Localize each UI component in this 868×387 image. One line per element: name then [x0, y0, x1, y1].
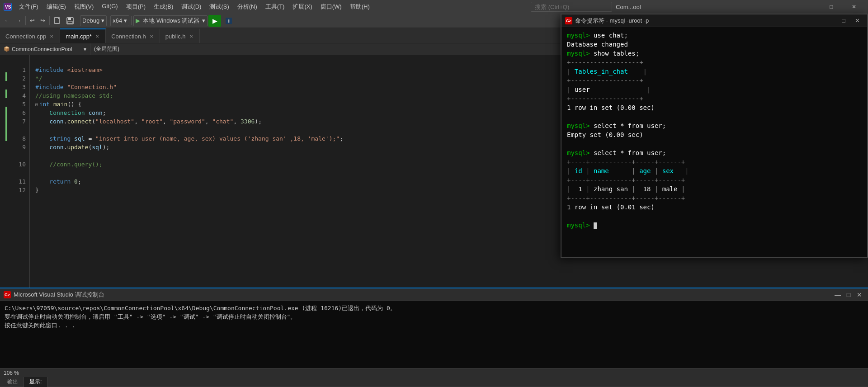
line-num-8: 7 [7, 117, 29, 126]
forward-button[interactable]: → [13, 15, 24, 27]
close-tab-main-cpp[interactable]: ✕ [94, 33, 100, 39]
local-run-dropdown[interactable]: ▶ 本地 Windows 调试器 ▾ [133, 15, 208, 26]
new-file-button[interactable] [52, 15, 63, 27]
mysql-line-12: mysql> select * from user; [567, 148, 862, 157]
tab-public-h[interactable]: public.h ✕ [160, 28, 200, 43]
mysql-line-18: 1 row in set (0.01 sec) [567, 203, 862, 212]
debug-panel-header: C> Microsoft Visual Studio 调试控制台 — □ ✕ [0, 288, 868, 301]
line-num-4: 3 [7, 83, 29, 91]
menu-bar: 文件(F) 编辑(E) 视图(V) Git(G) 项目(P) 生成(B) 调试(… [15, 2, 373, 12]
vs-logo: VS [4, 3, 12, 11]
tab-label: main.cpp* [66, 33, 92, 40]
close-tab-public-h[interactable]: ✕ [189, 33, 194, 39]
mysql-line-9: 1 row in set (0.00 sec) [567, 103, 862, 112]
mysql-line-13: +----+-----------+-----+------+ [567, 157, 862, 166]
title-bar-left: VS 文件(F) 编辑(E) 视图(V) Git(G) 项目(P) 生成(B) … [4, 2, 373, 12]
line-num-16: 12 [7, 186, 29, 194]
mysql-minimize-button[interactable]: — [824, 16, 836, 26]
menu-help[interactable]: 帮助(H) [346, 2, 373, 12]
tab-main-cpp[interactable]: main.cpp* ✕ [60, 28, 106, 43]
panel-title-text: Microsoft Visual Studio 调试控制台 [14, 291, 104, 299]
back-button[interactable]: ← [2, 15, 12, 27]
mysql-line-8: +------------------+ [567, 94, 862, 103]
platform-dropdown[interactable]: x64 ▾ [110, 15, 129, 26]
mysql-output: mysql> use chat; Database changed mysql>… [561, 27, 867, 257]
line-num-13: 10 [7, 160, 29, 169]
display-tab[interactable]: 显示: [24, 377, 47, 387]
menu-extensions[interactable]: 扩展(X) [289, 2, 316, 12]
close-tab-connection-h[interactable]: ✕ [149, 33, 154, 39]
mysql-line-16: | 1 | zhang san | 18 | male | [567, 184, 862, 194]
output-line-2: 要在调试停止时自动关闭控制台，请启用 "工具" -> "选项" -> "调试" … [5, 312, 863, 321]
menu-tools[interactable]: 工具(T) [262, 2, 288, 12]
line-num-14 [7, 169, 29, 177]
scope-dropdown-left[interactable]: 📦 CommonConnectionPool ▾ [0, 43, 90, 55]
run-button[interactable]: ▶ [208, 15, 221, 27]
save-button[interactable] [64, 15, 76, 27]
line-num-1 [7, 57, 29, 66]
mysql-title-left: C> 命令提示符 - mysql -uroot -p [565, 17, 649, 25]
tab-connection-cpp[interactable]: Connection.cpp ✕ [0, 28, 60, 43]
line-num-11: 9 [7, 143, 29, 151]
line-num-5: 4 [7, 91, 29, 100]
menu-git[interactable]: Git(G) [98, 2, 121, 12]
close-tab-connection-cpp[interactable]: ✕ [49, 33, 54, 39]
build-config-dropdown[interactable]: Debug ▾ [80, 15, 107, 26]
menu-view[interactable]: 视图(V) [71, 2, 97, 12]
mysql-line-1: mysql> use chat; [567, 31, 862, 40]
tab-connection-h[interactable]: Connection.h ✕ [106, 28, 160, 43]
output-line-3: 按任意键关闭此窗口. . . [5, 321, 863, 330]
mysql-line-blank1 [567, 112, 862, 121]
menu-debug[interactable]: 调试(D) [178, 2, 205, 12]
mysql-line-3: mysql> show tables; [567, 49, 862, 58]
close-button[interactable]: ✕ [844, 0, 864, 14]
panel-minimize-button[interactable]: — [833, 290, 843, 300]
maximize-button[interactable]: □ [821, 0, 842, 14]
panel-maximize-button[interactable]: □ [844, 290, 854, 300]
line-num-2: 1 [7, 66, 29, 74]
cmd-icon: C> [4, 291, 11, 298]
undo-button[interactable]: ↩ [28, 15, 37, 27]
zoom-value: 106 % [4, 370, 19, 376]
panel-controls: — □ ✕ [833, 290, 864, 300]
svg-rect-5 [68, 21, 72, 24]
separator-3 [78, 16, 78, 25]
mysql-close-button[interactable]: ✕ [851, 16, 863, 26]
debug-console-panel: C> Microsoft Visual Studio 调试控制台 — □ ✕ C… [0, 288, 868, 387]
menu-project[interactable]: 项目(P) [123, 2, 149, 12]
mysql-title-text: 命令提示符 - mysql -uroot -p [575, 17, 649, 25]
minimize-button[interactable]: — [798, 0, 819, 14]
mysql-line-blank2 [567, 139, 862, 148]
separator-1 [25, 16, 26, 25]
mysql-title-bar: C> 命令提示符 - mysql -uroot -p — □ ✕ [561, 14, 867, 27]
svg-rect-4 [68, 18, 71, 20]
output-tab[interactable]: 输出 [2, 377, 24, 387]
pause-button[interactable]: ⏸ [223, 15, 235, 27]
menu-analyze[interactable]: 分析(N) [234, 2, 261, 12]
line-num-7: 6 [7, 109, 29, 117]
redo-button[interactable]: ↪ [38, 15, 47, 27]
mysql-cmd-icon: C> [565, 17, 572, 24]
line-num-6: 5 [7, 100, 29, 109]
line-num-3: 2 [7, 74, 29, 83]
search-input[interactable] [531, 2, 612, 12]
menu-window[interactable]: 窗口(W) [317, 2, 345, 12]
menu-build[interactable]: 生成(B) [150, 2, 177, 12]
menu-edit[interactable]: 编辑(E) [43, 2, 70, 12]
mysql-line-19: mysql> [567, 221, 862, 230]
title-bar-controls: — □ ✕ [798, 0, 864, 14]
cursor [594, 222, 597, 229]
mysql-line-4: +------------------+ [567, 58, 862, 67]
line-num-9 [7, 126, 29, 134]
mysql-line-17: +----+-----------+-----+------+ [567, 194, 862, 203]
mysql-line-7: | user | [567, 85, 862, 94]
mysql-line-5: | Tables_in_chat | [567, 67, 862, 76]
mysql-maximize-button[interactable]: □ [837, 16, 850, 26]
bottom-panel-tabs: 输出 显示: [0, 377, 868, 387]
menu-test[interactable]: 测试(S) [206, 2, 232, 12]
menu-file[interactable]: 文件(F) [15, 2, 42, 12]
panel-close-button[interactable]: ✕ [854, 290, 864, 300]
mysql-title-buttons: — □ ✕ [824, 16, 863, 26]
debug-panel-title: C> Microsoft Visual Studio 调试控制台 [4, 291, 104, 299]
mysql-line-6: +------------------+ [567, 76, 862, 85]
